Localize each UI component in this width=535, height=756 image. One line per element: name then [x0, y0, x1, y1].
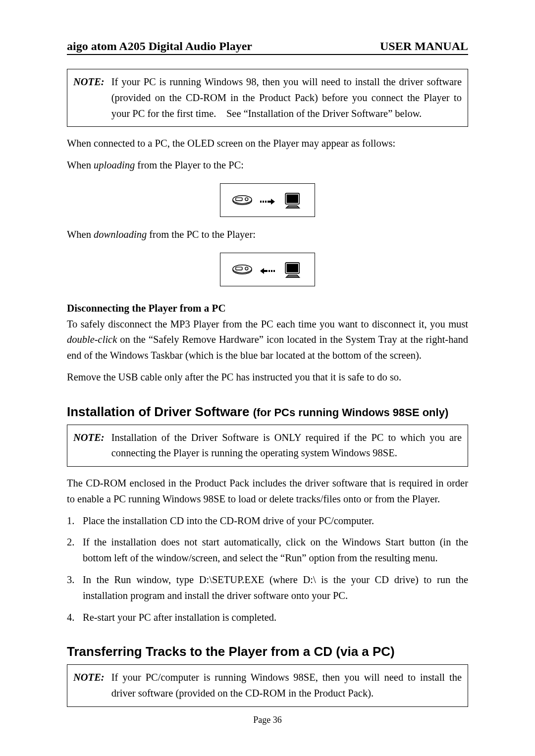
- paragraph-downloading: When downloading from the PC to the Play…: [67, 227, 468, 243]
- install-heading-main: Installation of Driver Software: [67, 404, 253, 419]
- list-item: 2.If the installation does not start aut…: [67, 535, 468, 566]
- page-number: Page 36: [0, 715, 535, 725]
- paragraph-uploading: When uploading from the Player to the PC…: [67, 158, 468, 173]
- manual-page: aigo atom A205 Digital Audio Player USER…: [0, 0, 535, 756]
- note-label: NOTE:: [73, 430, 111, 462]
- product-title: aigo atom A205 Digital Audio Player: [67, 40, 252, 53]
- paragraph-install-intro: The CD-ROM enclosed in the Product Pack …: [67, 476, 468, 507]
- svg-rect-18: [273, 270, 275, 272]
- downloading-post: from the PC to the Player:: [147, 229, 256, 240]
- list-item: 4.Re-start your PC after installation is…: [67, 610, 468, 626]
- svg-rect-17: [271, 270, 272, 272]
- arrow-left-icon: [260, 264, 275, 278]
- svg-rect-16: [268, 270, 270, 272]
- svg-marker-15: [260, 268, 268, 274]
- oled-download-figure: [67, 253, 468, 286]
- downloading-em: downloading: [94, 229, 147, 240]
- install-heading-sub: (for PCs running Windows 98SE only): [253, 406, 449, 419]
- section-heading-install: Installation of Driver Software (for PCs…: [67, 404, 468, 420]
- note-box-3: NOTE: If your PC/computer is running Win…: [67, 664, 468, 707]
- svg-marker-7: [268, 199, 275, 205]
- step-number: 3.: [67, 572, 83, 604]
- arrow-right-icon: [260, 195, 275, 209]
- note-text: If your PC/computer is running Windows 9…: [111, 670, 462, 702]
- doc-type-title: USER MANUAL: [380, 40, 468, 53]
- downloading-pre: When: [67, 229, 94, 240]
- svg-rect-20: [287, 264, 298, 272]
- uploading-post: from the Player to the PC:: [135, 160, 244, 170]
- section-heading-transfer: Transferring Tracks to the Player from a…: [67, 644, 468, 659]
- step-number: 4.: [67, 610, 83, 626]
- player-device-icon: [231, 261, 253, 281]
- svg-rect-5: [263, 201, 264, 203]
- player-device-icon: [231, 192, 253, 212]
- note-label: NOTE:: [73, 670, 111, 702]
- note-text: If your PC is running Windows 98, then y…: [111, 74, 462, 121]
- svg-rect-9: [287, 195, 298, 203]
- disconnect-1a: To safely disconnect the MP3 Player from…: [67, 319, 468, 329]
- svg-rect-4: [260, 201, 262, 203]
- step-text: If the installation does not start autom…: [83, 535, 468, 566]
- note-box-1: NOTE: If your PC is running Windows 98, …: [67, 69, 468, 127]
- disconnect-1b: on the “Safely Remove Hardware” icon loc…: [67, 334, 468, 361]
- list-item: 3.In the Run window, type D:\SETUP.EXE (…: [67, 572, 468, 604]
- note-box-2: NOTE: Installation of the Driver Softwar…: [67, 425, 468, 467]
- disconnect-1-em: double-click: [67, 334, 117, 345]
- computer-monitor-icon: [282, 192, 304, 212]
- step-text: In the Run window, type D:\SETUP.EXE (wh…: [83, 572, 468, 604]
- paragraph-connected: When connected to a PC, the OLED screen …: [67, 136, 468, 152]
- step-text: Place the installation CD into the CD-RO…: [83, 513, 468, 529]
- note-label: NOTE:: [73, 74, 111, 121]
- uploading-pre: When: [67, 160, 94, 170]
- install-steps-list: 1.Place the installation CD into the CD-…: [67, 513, 468, 626]
- list-item: 1.Place the installation CD into the CD-…: [67, 513, 468, 529]
- paragraph-disconnect-2: Remove the USB cable only after the PC h…: [67, 370, 468, 385]
- uploading-em: uploading: [94, 160, 135, 170]
- computer-monitor-icon: [282, 261, 304, 281]
- note-text: Installation of the Driver Software is O…: [111, 430, 462, 462]
- step-number: 1.: [67, 513, 83, 529]
- paragraph-disconnect-1: To safely disconnect the MP3 Player from…: [67, 317, 468, 364]
- svg-rect-6: [265, 201, 267, 203]
- step-number: 2.: [67, 535, 83, 566]
- step-text: Re-start your PC after installation is c…: [83, 610, 468, 626]
- oled-upload-figure: [67, 183, 468, 217]
- page-header: aigo atom A205 Digital Audio Player USER…: [67, 40, 468, 55]
- subheading-disconnect: Disconnecting the Player from a PC: [67, 302, 468, 315]
